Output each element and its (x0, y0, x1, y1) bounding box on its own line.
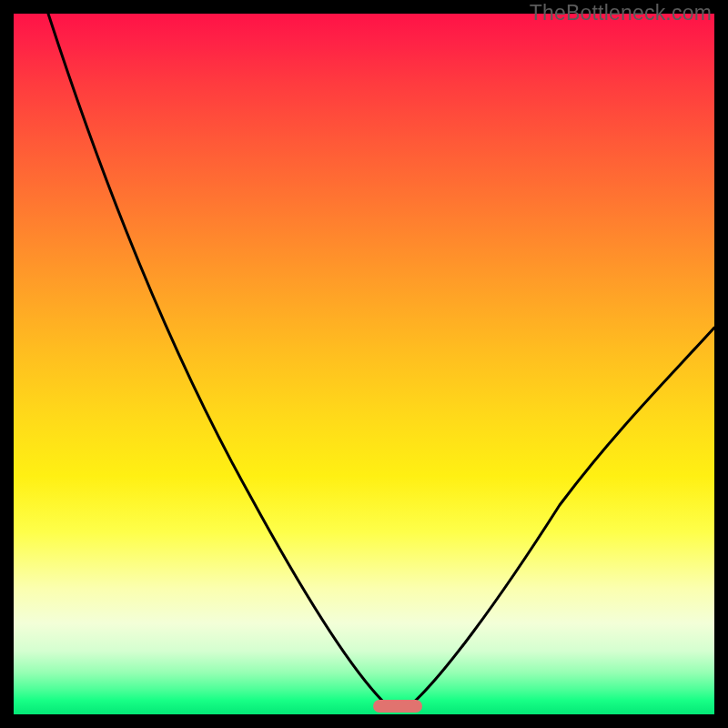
bottleneck-curve (14, 14, 714, 714)
chart-frame (14, 14, 714, 714)
watermark-text: TheBottleneck.com (530, 1, 712, 25)
curve-path (48, 14, 714, 711)
bottleneck-marker (373, 700, 422, 713)
